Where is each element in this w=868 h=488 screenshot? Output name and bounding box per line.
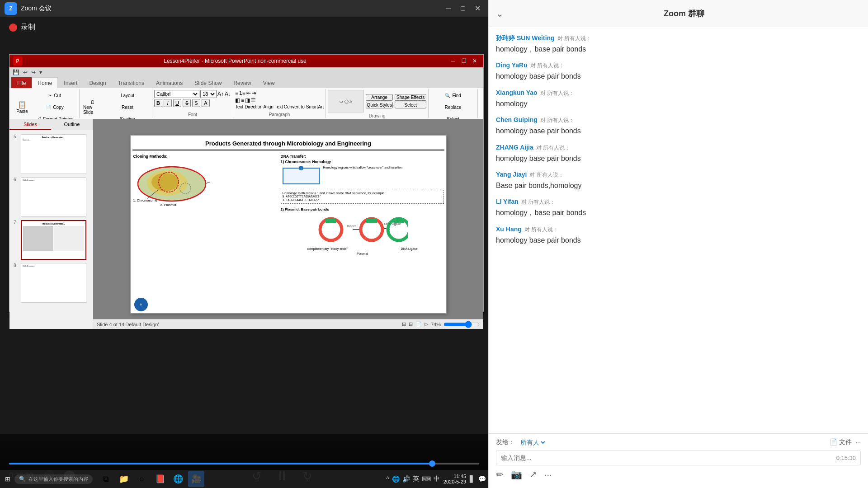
- qa-redo-btn[interactable]: ↪: [30, 69, 37, 76]
- cortana-btn[interactable]: ○: [134, 471, 150, 487]
- copy-btn[interactable]: 📄 Copy: [32, 102, 77, 113]
- justify-btn[interactable]: ☰: [251, 97, 256, 103]
- tab-file[interactable]: File: [11, 77, 32, 88]
- slides-tab[interactable]: Slides: [9, 119, 51, 130]
- new-slide-btn[interactable]: 🗒 New Slide: [81, 95, 104, 119]
- align-text-btn[interactable]: Align Text: [264, 104, 283, 109]
- arrange-btn[interactable]: Arrange: [366, 94, 393, 101]
- tab-design[interactable]: Design: [83, 77, 112, 88]
- tray-arrow-btn[interactable]: ^: [386, 475, 389, 483]
- taskbar-search[interactable]: 🔍 在这里输入你要搜索的内容: [14, 474, 93, 484]
- chat-expand-btn[interactable]: ⤢: [529, 469, 537, 480]
- acrobat-btn[interactable]: 📕: [152, 471, 168, 487]
- select-btn[interactable]: Select: [395, 102, 426, 108]
- chat-input[interactable]: [501, 454, 836, 461]
- paste-btn[interactable]: 📋 Paste: [13, 95, 31, 119]
- chat-collapse-btn[interactable]: ⌄: [496, 8, 504, 19]
- tab-animations[interactable]: Animations: [150, 77, 189, 88]
- taskview-btn[interactable]: ⧉: [98, 471, 114, 487]
- ppt-restore-btn[interactable]: ❐: [459, 57, 469, 65]
- tab-insert[interactable]: Insert: [58, 77, 83, 88]
- reset-btn[interactable]: Reset: [105, 102, 150, 113]
- tab-review[interactable]: Review: [227, 77, 257, 88]
- shape-effects-btn[interactable]: Shape Effects: [395, 94, 426, 101]
- show-desktop-btn[interactable]: ▋: [470, 475, 475, 483]
- slide-canvas[interactable]: Products Generated through Microbiology …: [130, 135, 447, 314]
- find-btn[interactable]: 🔍 Find: [430, 90, 476, 101]
- sender-2: Ding YaRu: [496, 61, 528, 69]
- chat-input-row: 0:15:30: [496, 450, 861, 465]
- font-size-select[interactable]: 18: [200, 90, 217, 98]
- shapes-palette[interactable]: ▭ ◯ △: [328, 90, 364, 113]
- svg-rect-7: [283, 168, 319, 184]
- tab-transitions[interactable]: Transitions: [112, 77, 150, 88]
- view-reading-btn[interactable]: 📄: [415, 321, 422, 327]
- decrease-indent-btn[interactable]: ⇤: [246, 90, 251, 96]
- network-icon[interactable]: 🌐: [392, 475, 400, 483]
- numbering-btn[interactable]: 1≡: [239, 90, 245, 96]
- ppt-minimize-btn[interactable]: ─: [448, 57, 458, 65]
- slide-thumb-6[interactable]: 6 Slide 6 content: [13, 176, 90, 218]
- plasmid-diagram: Insert DNA Ligase: [281, 214, 444, 245]
- outline-tab[interactable]: Outline: [51, 119, 93, 130]
- progress-bar-container[interactable]: [0, 463, 488, 465]
- slide-thumb-8[interactable]: 8 Slide 8 content: [13, 262, 90, 304]
- italic-btn[interactable]: I: [164, 99, 172, 107]
- align-right-btn[interactable]: ◨: [245, 97, 250, 103]
- explorer-btn[interactable]: 📁: [116, 471, 132, 487]
- lang-icon[interactable]: 英: [413, 475, 419, 483]
- underline-btn[interactable]: U: [173, 99, 181, 107]
- bold-btn[interactable]: B: [154, 99, 162, 107]
- tab-view[interactable]: View: [257, 77, 281, 88]
- qa-more-btn[interactable]: ▾: [38, 69, 43, 76]
- zoom-close-btn[interactable]: ✕: [471, 3, 484, 14]
- align-center-btn[interactable]: ≡: [241, 97, 244, 103]
- cut-btn[interactable]: ✂ Cut: [32, 90, 77, 101]
- text-direction-btn[interactable]: Text Direction: [235, 104, 263, 109]
- view-slideshow-btn[interactable]: ▷: [425, 321, 428, 327]
- progress-handle[interactable]: [429, 460, 435, 467]
- strikethrough-btn[interactable]: S̶: [183, 99, 191, 107]
- tab-home[interactable]: Home: [32, 77, 58, 88]
- font-size-decrease-btn[interactable]: A↓: [225, 91, 231, 97]
- tab-slideshow[interactable]: Slide Show: [189, 77, 227, 88]
- increase-indent-btn[interactable]: ⇥: [252, 90, 256, 96]
- qa-save-btn[interactable]: 💾: [11, 69, 21, 76]
- convert-smartart-btn[interactable]: Convert to SmartArt: [284, 104, 324, 109]
- shadow-btn[interactable]: S: [192, 99, 200, 107]
- ppt-close-btn[interactable]: ✕: [470, 57, 480, 65]
- qa-undo-btn[interactable]: ↩: [22, 69, 29, 76]
- replace-btn[interactable]: Replace: [430, 102, 476, 113]
- theme-info: 'Default Design': [124, 322, 159, 327]
- chat-emoji-btn[interactable]: ✏: [496, 469, 504, 480]
- chat-to-select[interactable]: 所有人: [519, 438, 547, 446]
- file-btn[interactable]: 📄 文件: [830, 438, 852, 446]
- view-normal-btn[interactable]: ⊞: [402, 321, 406, 327]
- start-btn[interactable]: ⊞: [2, 474, 13, 484]
- input-method-icon[interactable]: 中: [434, 475, 440, 483]
- zoom-maximize-btn[interactable]: □: [457, 3, 469, 14]
- chat-screenshot-btn[interactable]: 📷: [511, 469, 522, 480]
- font-color-btn[interactable]: A: [202, 99, 210, 107]
- layout-btn[interactable]: Layout: [105, 90, 150, 101]
- quick-styles-btn[interactable]: Quick Styles: [366, 102, 393, 108]
- keyboard-layout-icon[interactable]: ⌨: [422, 475, 431, 483]
- font-family-select[interactable]: Calibri: [154, 90, 199, 98]
- zoom-window-title: Zoom 会议: [21, 5, 52, 13]
- zoom-minimize-btn[interactable]: ─: [442, 3, 455, 14]
- chrome-btn[interactable]: 🌐: [170, 471, 186, 487]
- zoom-slider[interactable]: [443, 321, 480, 328]
- volume-icon[interactable]: 🔊: [402, 475, 410, 483]
- font-size-increase-btn[interactable]: A↑: [217, 91, 224, 97]
- zoom-taskbar-btn[interactable]: 🎥: [188, 471, 204, 487]
- paragraph-group: ≡ 1≡ ⇤ ⇥ ◧ ≡ ◨ ☰ Text Direction Align Te…: [233, 89, 326, 118]
- view-slide-sorter-btn[interactable]: ⊟: [409, 321, 413, 327]
- slide-thumb-7[interactable]: 7 Products Generated...: [13, 219, 90, 261]
- notifications-btn[interactable]: 💬: [478, 475, 486, 483]
- system-clock[interactable]: 11:45 2020-5-29: [443, 474, 466, 484]
- more-btn[interactable]: ···: [855, 439, 861, 446]
- bullets-btn[interactable]: ≡: [235, 90, 238, 96]
- slide-thumb-5[interactable]: 5 Products Generated... Content...: [13, 133, 90, 175]
- chat-more-actions-btn[interactable]: ···: [544, 469, 552, 480]
- align-left-btn[interactable]: ◧: [235, 97, 240, 103]
